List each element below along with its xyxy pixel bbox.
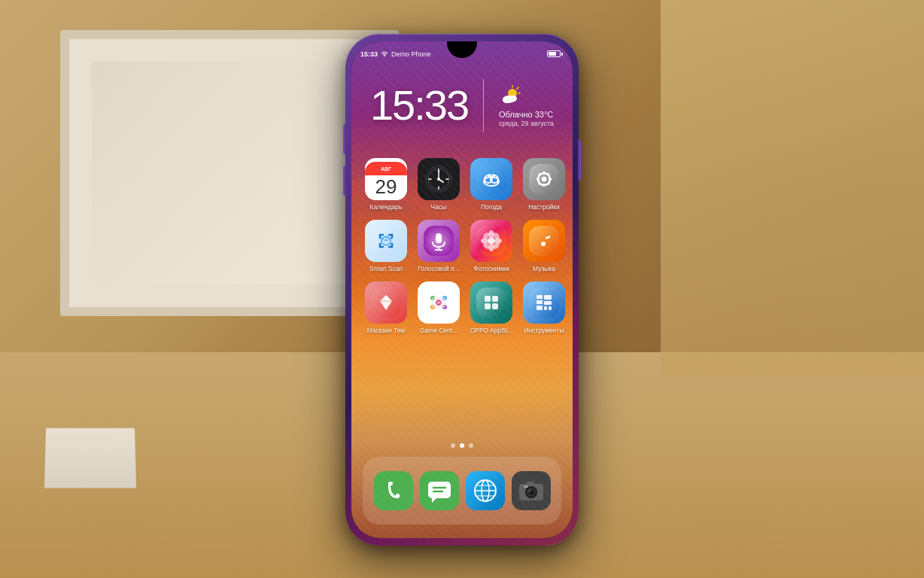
appstore-icon [470, 281, 512, 324]
volume-up-button[interactable] [343, 124, 346, 154]
svg-point-19 [491, 175, 498, 183]
svg-rect-21 [529, 164, 559, 194]
app-item-music[interactable]: Музыка [521, 220, 567, 272]
phone-screen: 15:33 Demo Phone [351, 41, 573, 538]
app-item-weather[interactable]: 33 Погода [468, 158, 515, 211]
dock-item-camera[interactable] [509, 469, 553, 513]
clock-time: 15:33 [370, 84, 468, 126]
svg-rect-56 [424, 287, 454, 318]
app-item-appstore[interactable]: OPPO AppSt... [468, 281, 515, 334]
games-label: Game Cent... [415, 327, 462, 334]
svg-point-97 [528, 489, 534, 495]
svg-marker-54 [386, 295, 392, 302]
svg-line-63 [433, 298, 445, 307]
svg-rect-41 [476, 226, 506, 256]
app-item-photos[interactable]: Фотоснимки [468, 220, 515, 272]
page-dot-2[interactable] [460, 443, 464, 448]
app-item-tools[interactable]: Инструменты [521, 281, 567, 334]
smartscan-icon [365, 220, 407, 262]
svg-point-6 [503, 97, 510, 103]
phone-shell: 15:33 Demo Phone [345, 34, 579, 546]
voice-label: Голосовой п... [415, 265, 462, 272]
svg-point-17 [484, 177, 499, 186]
app-item-games[interactable]: Game Cent... [415, 281, 462, 334]
svg-rect-82 [420, 471, 459, 510]
dock-browser-icon [464, 469, 507, 513]
svg-point-50 [491, 242, 500, 251]
svg-point-43 [489, 230, 494, 238]
svg-rect-28 [538, 173, 541, 176]
calendar-date: 29 [375, 177, 397, 196]
svg-rect-26 [536, 178, 540, 181]
svg-point-89 [482, 480, 489, 501]
phone: 15:33 Demo Phone [345, 34, 579, 546]
svg-line-62 [433, 298, 445, 307]
dock-item-browser[interactable] [464, 469, 507, 513]
svg-rect-94 [519, 484, 543, 500]
background-right [661, 0, 924, 376]
svg-point-45 [481, 239, 488, 244]
clock-label: Часы [415, 203, 462, 211]
svg-marker-53 [380, 295, 392, 310]
background-book [44, 428, 136, 488]
battery-icon [547, 50, 561, 57]
app-item-settings[interactable]: Настройки [521, 158, 567, 211]
themes-label: Магазин Тем [363, 327, 409, 334]
weather-date: среда, 29 августа [499, 120, 554, 127]
svg-point-22 [538, 173, 550, 185]
dock-camera-icon [509, 469, 553, 513]
svg-rect-100 [527, 482, 534, 485]
svg-rect-37 [424, 226, 454, 256]
weather-label: Погода [468, 203, 515, 211]
svg-rect-71 [485, 303, 491, 309]
svg-line-35 [381, 239, 386, 241]
app-item-smartscan[interactable]: Smart Scan [363, 220, 409, 272]
network-label: Demo Phone [391, 50, 431, 58]
dock-item-messages[interactable] [418, 469, 461, 513]
dock-phone-icon [372, 469, 415, 513]
svg-rect-87 [466, 471, 505, 510]
svg-point-60 [430, 305, 435, 309]
photos-label: Фотоснимки [468, 265, 515, 272]
svg-rect-81 [374, 471, 413, 510]
themes-icon [365, 281, 407, 324]
app-item-themes[interactable]: Магазин Тем [363, 281, 409, 334]
dock-item-phone[interactable] [372, 469, 415, 513]
svg-rect-52 [371, 287, 401, 318]
page-dot-1[interactable] [451, 443, 455, 448]
tools-icon [523, 281, 565, 324]
svg-point-7 [426, 166, 451, 192]
svg-point-57 [436, 300, 442, 306]
app-item-voice[interactable]: Голосовой п... [415, 220, 462, 272]
svg-point-0 [508, 89, 517, 98]
svg-point-47 [482, 232, 491, 241]
svg-point-8 [428, 169, 449, 190]
svg-rect-79 [544, 306, 547, 310]
svg-point-46 [494, 239, 502, 244]
svg-point-59 [442, 296, 447, 300]
power-button[interactable] [578, 139, 581, 181]
svg-point-96 [527, 488, 536, 497]
settings-label: Настройки [521, 203, 567, 211]
svg-rect-51 [529, 226, 559, 256]
svg-point-44 [489, 244, 494, 251]
svg-point-42 [488, 237, 495, 245]
svg-marker-33 [381, 236, 391, 245]
svg-point-18 [485, 175, 492, 183]
app-item-clock[interactable]: Часы [415, 158, 462, 211]
volume-down-button[interactable] [343, 166, 346, 196]
app-item-calendar[interactable]: АВГ 29 Календарь [363, 158, 409, 211]
page-dot-3[interactable] [469, 443, 473, 448]
weather-widget: Облачно 33°C среда, 29 августа [499, 84, 554, 127]
svg-rect-72 [492, 303, 498, 309]
dock [363, 457, 561, 525]
svg-rect-99 [524, 485, 528, 488]
svg-rect-31 [547, 182, 550, 185]
wifi-icon [381, 50, 388, 58]
svg-rect-80 [549, 306, 552, 310]
app-grid: АВГ 29 Календарь [363, 158, 561, 335]
wallpaper: 15:33 Demo Phone [351, 41, 573, 538]
clock-divider [483, 79, 484, 132]
status-time: 15:33 [360, 50, 378, 58]
svg-rect-74 [536, 295, 543, 299]
